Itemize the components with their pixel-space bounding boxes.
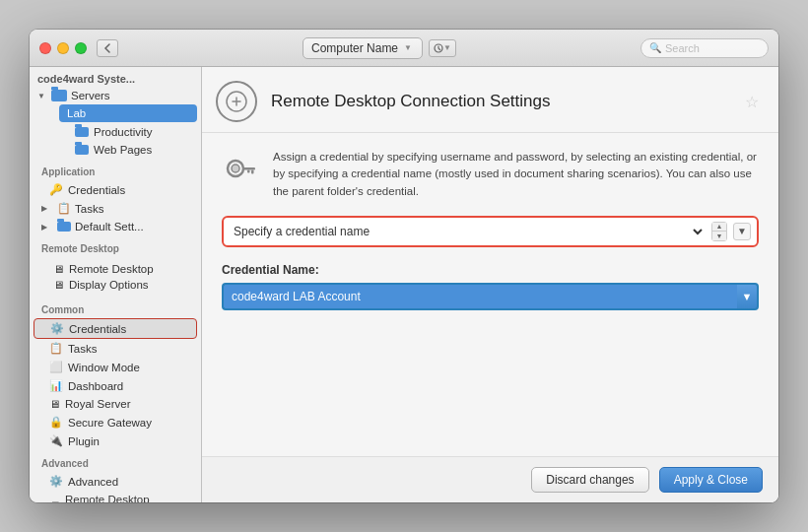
servers-children: Lab Productivity Web Pages (30, 104, 201, 159)
sidebar-item-advanced[interactable]: ⚙️ Advanced (34, 472, 197, 491)
computer-name-dropdown[interactable]: Computer Name ▼ (303, 37, 423, 59)
sidebar-item-lab[interactable]: Lab (59, 104, 197, 122)
royal-server-icon: 🖥 (49, 398, 60, 410)
section-remote-desktop: Remote Desktop (30, 235, 201, 257)
remote-desktop-icon: 🖥 (53, 263, 64, 275)
main-panel: Remote Desktop Connection Settings ☆ (202, 67, 778, 502)
folder-icon (75, 145, 89, 155)
sidebar-item-label: Servers (71, 90, 110, 101)
credential-name-row: ▼ (222, 283, 759, 310)
sidebar-item-secure-gateway[interactable]: 🔒 Secure Gateway (34, 413, 197, 432)
plugin-label: Plugin (68, 435, 100, 447)
maximize-button[interactable] (75, 42, 87, 54)
bookmark-star[interactable]: ☆ (745, 93, 759, 111)
folder-icon (51, 90, 67, 101)
section-application: Application (30, 159, 201, 180)
sidebar-item-remote-desktop[interactable]: 🖥 Remote Desktop (45, 261, 197, 277)
sidebar-item-productivity[interactable]: Productivity (59, 123, 197, 141)
search-placeholder: Search (665, 42, 700, 54)
plugin-icon: 🔌 (49, 434, 63, 447)
productivity-label: Productivity (94, 126, 152, 138)
remote-desktop-label: Remote Desktop (69, 263, 154, 275)
sidebar-item-plugin[interactable]: 🔌 Plugin (34, 432, 197, 450)
tree-arrow-icon: ▶ (41, 204, 51, 213)
remote-desktop-items: 🖥 Remote Desktop 🖥 Display Options (30, 257, 201, 297)
sidebar-item-credentials-common[interactable]: ⚙️ Credentials (34, 318, 197, 339)
sidebar-item-tasks-group[interactable]: ▶ 📋 Tasks (30, 199, 201, 218)
tasks-common-label: Tasks (68, 343, 97, 355)
display-options-label: Display Options (69, 279, 149, 291)
key-icon (222, 153, 257, 188)
window-mode-icon: ⬜ (49, 361, 63, 373)
search-icon: 🔍 (649, 42, 661, 53)
apply-close-button[interactable]: Apply & Close (659, 467, 763, 493)
tasks-icon: 📋 (57, 202, 71, 215)
tasks-common-icon: 📋 (49, 342, 63, 355)
window-mode-label: Window Mode (68, 362, 140, 373)
svg-rect-6 (247, 170, 250, 173)
description-box: Assign a credential by specifying userna… (222, 149, 759, 200)
app-name: code4ward Syste... (30, 67, 201, 87)
sidebar-group-servers[interactable]: ▼ Servers (30, 87, 201, 104)
credential-type-select[interactable]: Specify a credential name (230, 224, 706, 239)
close-button[interactable] (39, 42, 51, 54)
credential-name-input[interactable] (222, 283, 737, 310)
traffic-lights (39, 42, 87, 54)
dropdown-arrow-icon: ▼ (404, 43, 412, 52)
secure-gateway-label: Secure Gateway (68, 417, 152, 429)
section-common: Common (30, 297, 201, 318)
dashboard-icon: 📊 (49, 379, 63, 392)
panel-title: Remote Desktop Connection Settings (271, 92, 551, 111)
credentials-common-label: Credentials (69, 323, 126, 335)
back-button[interactable] (97, 39, 118, 57)
expand-button[interactable]: ▼ (733, 223, 751, 240)
nav-action-button[interactable]: ▼ (429, 39, 456, 57)
key-icon: 🔑 (49, 183, 63, 196)
credential-name-dropdown-button[interactable]: ▼ (737, 283, 759, 310)
description-text: Assign a credential by specifying userna… (273, 149, 759, 200)
stepper-up-button[interactable]: ▲ (712, 223, 726, 232)
main-window: Computer Name ▼ ▼ 🔍 Search code4ward Sys… (30, 30, 778, 502)
sidebar-item-credentials-app[interactable]: 🔑 Credentials (34, 180, 197, 199)
stepper-down-button[interactable]: ▼ (712, 232, 726, 240)
sidebar-item-royal-server[interactable]: 🖥 Royal Server (34, 395, 197, 413)
panel-footer: Discard changes Apply & Close (202, 456, 778, 502)
sidebar-item-display-options[interactable]: 🖥 Display Options (45, 277, 197, 293)
svg-rect-5 (251, 170, 254, 174)
svg-rect-4 (243, 167, 255, 170)
advanced-label: Advanced (68, 476, 118, 488)
rdg-icon: 🖥 (49, 499, 60, 502)
panel-header: Remote Desktop Connection Settings ☆ (202, 67, 778, 133)
credential-dropdown-row[interactable]: Specify a credential name ▲ ▼ ▼ (222, 216, 759, 247)
panel-icon (216, 81, 257, 122)
default-settings-label: Default Sett... (75, 221, 144, 233)
tree-arrow-icon: ▶ (41, 223, 51, 232)
panel-body: Assign a credential by specifying userna… (202, 133, 778, 456)
web-pages-label: Web Pages (94, 144, 152, 156)
sidebar: code4ward Syste... ▼ Servers Lab Product… (30, 67, 202, 502)
minimize-button[interactable] (57, 42, 69, 54)
sidebar-item-tasks-common[interactable]: 📋 Tasks (34, 339, 197, 358)
sidebar-item-default-settings[interactable]: ▶ Default Sett... (30, 218, 201, 235)
credentials-app-label: Credentials (68, 184, 125, 196)
title-bar-center: Computer Name ▼ ▼ (118, 37, 640, 59)
royal-server-label: Royal Server (65, 398, 130, 410)
tree-expand-icon: ▼ (37, 92, 47, 100)
lab-label: Lab (67, 107, 86, 119)
gear-icon: ⚙️ (50, 322, 64, 335)
section-advanced: Advanced (30, 450, 201, 472)
search-box[interactable]: 🔍 Search (640, 38, 769, 58)
sidebar-item-web-pages[interactable]: Web Pages (59, 141, 197, 159)
folder-icon (75, 127, 89, 137)
main-content: code4ward Syste... ▼ Servers Lab Product… (30, 67, 778, 502)
sidebar-item-dashboard[interactable]: 📊 Dashboard (34, 376, 197, 395)
discard-button[interactable]: Discard changes (531, 467, 648, 493)
advanced-icon: ⚙️ (49, 475, 63, 488)
sidebar-item-window-mode[interactable]: ⬜ Window Mode (34, 358, 197, 376)
title-bar: Computer Name ▼ ▼ 🔍 Search (30, 30, 778, 67)
dashboard-label: Dashboard (68, 380, 123, 392)
rdg-label: Remote Desktop Gatew... (65, 494, 189, 502)
tasks-label: Tasks (75, 203, 103, 215)
stepper-control[interactable]: ▲ ▼ (711, 222, 727, 241)
sidebar-item-remote-desktop-gateway[interactable]: 🖥 Remote Desktop Gatew... (34, 491, 197, 502)
